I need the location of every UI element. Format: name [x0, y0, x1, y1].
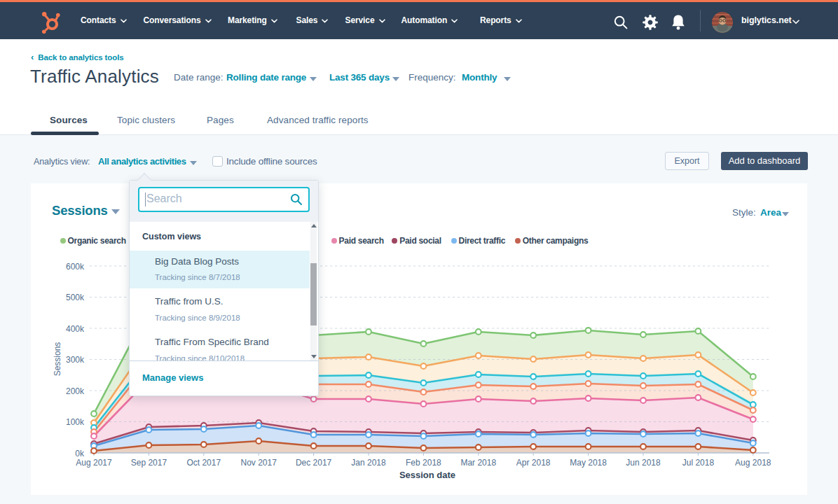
svg-text:Sep 2017: Sep 2017	[131, 458, 167, 468]
svg-text:400k: 400k	[66, 324, 85, 334]
svg-text:Aug 2017: Aug 2017	[76, 458, 112, 468]
svg-text:Aug 2018: Aug 2018	[735, 458, 771, 468]
svg-text:Dec 2017: Dec 2017	[296, 458, 332, 468]
svg-text:Apr 2018: Apr 2018	[516, 458, 551, 468]
svg-text:Jan 2018: Jan 2018	[351, 458, 386, 468]
svg-text:500k: 500k	[66, 293, 85, 302]
svg-text:Jul 2018: Jul 2018	[682, 458, 715, 468]
svg-text:Session date: Session date	[399, 470, 455, 480]
svg-text:Oct 2017: Oct 2017	[186, 458, 221, 468]
svg-text:200k: 200k	[66, 386, 85, 396]
svg-text:600k: 600k	[66, 262, 85, 272]
svg-text:Mar 2018: Mar 2018	[460, 458, 496, 468]
svg-text:300k: 300k	[66, 355, 85, 365]
svg-text:Feb 2018: Feb 2018	[406, 458, 441, 468]
svg-text:Nov 2017: Nov 2017	[241, 458, 277, 468]
svg-text:May 2018: May 2018	[570, 458, 607, 468]
svg-text:100k: 100k	[66, 417, 85, 427]
svg-text:0k: 0k	[75, 449, 85, 458]
svg-text:Jun 2018: Jun 2018	[626, 458, 661, 468]
svg-text:Sessions: Sessions	[53, 342, 62, 377]
